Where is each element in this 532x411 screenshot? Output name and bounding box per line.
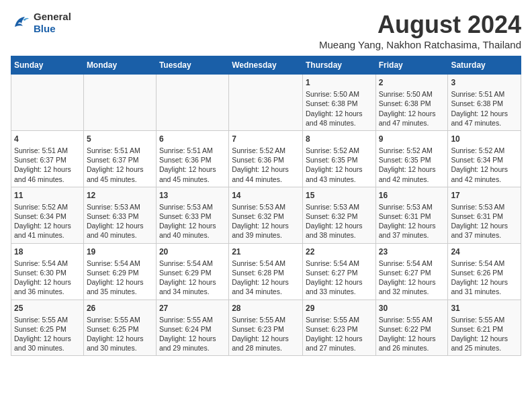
calendar-cell: 26Sunrise: 5:55 AMSunset: 6:25 PMDayligh…	[83, 300, 156, 356]
cell-content: Sunset: 6:34 PM	[14, 212, 81, 221]
calendar-cell	[11, 75, 84, 131]
cell-content: Sunset: 6:27 PM	[306, 268, 373, 277]
day-number: 26	[87, 303, 153, 314]
calendar-cell: 17Sunrise: 5:53 AMSunset: 6:31 PMDayligh…	[448, 187, 521, 243]
calendar-cell	[83, 75, 156, 131]
cell-content: Sunrise: 5:54 AM	[14, 259, 81, 268]
calendar-cell: 18Sunrise: 5:54 AMSunset: 6:30 PMDayligh…	[11, 243, 84, 300]
cell-content: Daylight: 12 hours and 30 minutes.	[87, 334, 153, 353]
calendar-cell: 7Sunrise: 5:52 AMSunset: 6:36 PMDaylight…	[229, 130, 303, 187]
calendar-cell: 22Sunrise: 5:54 AMSunset: 6:27 PMDayligh…	[302, 243, 375, 300]
cell-content: Daylight: 12 hours and 40 minutes.	[159, 221, 226, 240]
cell-content: Sunset: 6:25 PM	[14, 324, 81, 334]
cell-content: Sunrise: 5:55 AM	[306, 315, 373, 324]
cell-content: Sunset: 6:31 PM	[451, 212, 518, 221]
header-monday: Monday	[83, 56, 156, 75]
cell-content: Daylight: 12 hours and 31 minutes.	[451, 277, 518, 296]
page-header: General Blue August 2024 Mueang Yang, Na…	[11, 11, 521, 50]
day-number: 6	[159, 134, 226, 144]
calendar-cell: 14Sunrise: 5:53 AMSunset: 6:32 PMDayligh…	[229, 187, 303, 243]
cell-content: Sunset: 6:35 PM	[379, 155, 445, 165]
cell-content: Sunset: 6:34 PM	[451, 155, 518, 165]
cell-content: Sunset: 6:38 PM	[306, 99, 373, 108]
header-row: SundayMondayTuesdayWednesdayThursdayFrid…	[11, 56, 521, 75]
cell-content: Daylight: 12 hours and 36 minutes.	[14, 277, 81, 296]
week-row-3: 11Sunrise: 5:52 AMSunset: 6:34 PMDayligh…	[11, 187, 521, 243]
day-number: 5	[87, 134, 153, 144]
calendar-cell: 23Sunrise: 5:54 AMSunset: 6:27 PMDayligh…	[375, 243, 448, 300]
week-row-1: 1Sunrise: 5:50 AMSunset: 6:38 PMDaylight…	[11, 75, 521, 131]
day-number: 11	[14, 190, 81, 201]
calendar-cell: 3Sunrise: 5:51 AMSunset: 6:38 PMDaylight…	[448, 75, 521, 131]
cell-content: Sunrise: 5:52 AM	[232, 146, 300, 155]
cell-content: Sunrise: 5:52 AM	[451, 146, 518, 155]
cell-content: Sunrise: 5:55 AM	[451, 315, 518, 324]
day-number: 25	[14, 303, 81, 314]
cell-content: Sunrise: 5:52 AM	[379, 146, 445, 155]
cell-content: Sunset: 6:32 PM	[232, 212, 300, 221]
calendar-cell	[156, 75, 228, 131]
cell-content: Sunrise: 5:55 AM	[232, 315, 300, 324]
day-number: 27	[159, 303, 226, 314]
calendar-cell: 9Sunrise: 5:52 AMSunset: 6:35 PMDaylight…	[375, 130, 448, 187]
cell-content: Daylight: 12 hours and 41 minutes.	[14, 221, 81, 240]
day-number: 12	[87, 190, 153, 201]
cell-content: Sunrise: 5:53 AM	[159, 202, 226, 212]
day-number: 13	[159, 190, 226, 201]
day-number: 28	[232, 303, 300, 314]
cell-content: Sunset: 6:28 PM	[232, 268, 300, 277]
cell-content: Daylight: 12 hours and 46 minutes.	[14, 165, 81, 183]
cell-content: Daylight: 12 hours and 29 minutes.	[159, 334, 226, 353]
cell-content: Sunrise: 5:55 AM	[379, 315, 445, 324]
cell-content: Daylight: 12 hours and 25 minutes.	[451, 334, 518, 353]
cell-content: Sunrise: 5:53 AM	[451, 202, 518, 212]
cell-content: Sunset: 6:29 PM	[87, 268, 153, 277]
cell-content: Sunset: 6:33 PM	[87, 212, 153, 221]
day-number: 4	[14, 134, 81, 144]
cell-content: Daylight: 12 hours and 48 minutes.	[306, 109, 373, 128]
header-saturday: Saturday	[448, 56, 521, 75]
cell-content: Daylight: 12 hours and 30 minutes.	[14, 334, 81, 353]
cell-content: Daylight: 12 hours and 43 minutes.	[306, 165, 373, 183]
calendar-cell: 30Sunrise: 5:55 AMSunset: 6:22 PMDayligh…	[375, 300, 448, 356]
cell-content: Sunset: 6:24 PM	[159, 324, 226, 334]
cell-content: Sunrise: 5:54 AM	[379, 259, 445, 268]
day-number: 30	[379, 303, 445, 314]
cell-content: Sunset: 6:30 PM	[14, 268, 81, 277]
cell-content: Sunset: 6:38 PM	[451, 99, 518, 108]
day-number: 1	[306, 77, 373, 88]
cell-content: Sunrise: 5:51 AM	[159, 146, 226, 155]
cell-content: Daylight: 12 hours and 42 minutes.	[451, 165, 518, 183]
cell-content: Sunset: 6:23 PM	[232, 324, 300, 334]
calendar-table: SundayMondayTuesdayWednesdayThursdayFrid…	[11, 56, 521, 356]
cell-content: Sunrise: 5:51 AM	[87, 146, 153, 155]
calendar-cell: 28Sunrise: 5:55 AMSunset: 6:23 PMDayligh…	[229, 300, 303, 356]
cell-content: Sunrise: 5:51 AM	[451, 89, 518, 99]
day-number: 14	[232, 190, 300, 201]
day-number: 15	[306, 190, 373, 201]
header-thursday: Thursday	[302, 56, 375, 75]
header-sunday: Sunday	[11, 56, 84, 75]
calendar-cell: 25Sunrise: 5:55 AMSunset: 6:25 PMDayligh…	[11, 300, 84, 356]
cell-content: Daylight: 12 hours and 42 minutes.	[379, 165, 445, 183]
calendar-cell: 27Sunrise: 5:55 AMSunset: 6:24 PMDayligh…	[156, 300, 228, 356]
cell-content: Daylight: 12 hours and 45 minutes.	[87, 165, 153, 183]
cell-content: Sunrise: 5:55 AM	[14, 315, 81, 324]
cell-content: Sunset: 6:26 PM	[451, 268, 518, 277]
week-row-4: 18Sunrise: 5:54 AMSunset: 6:30 PMDayligh…	[11, 243, 521, 300]
day-number: 29	[306, 303, 373, 314]
cell-content: Sunrise: 5:51 AM	[14, 146, 81, 155]
calendar-cell: 11Sunrise: 5:52 AMSunset: 6:34 PMDayligh…	[11, 187, 84, 243]
cell-content: Sunrise: 5:54 AM	[159, 259, 226, 268]
cell-content: Daylight: 12 hours and 34 minutes.	[232, 277, 300, 296]
cell-content: Daylight: 12 hours and 32 minutes.	[379, 277, 445, 296]
calendar-cell: 29Sunrise: 5:55 AMSunset: 6:23 PMDayligh…	[302, 300, 375, 356]
cell-content: Daylight: 12 hours and 40 minutes.	[87, 221, 153, 240]
cell-content: Sunrise: 5:50 AM	[306, 89, 373, 99]
cell-content: Sunset: 6:25 PM	[87, 324, 153, 334]
cell-content: Sunrise: 5:53 AM	[306, 202, 373, 212]
title-block: August 2024 Mueang Yang, Nakhon Ratchasi…	[319, 11, 521, 50]
header-friday: Friday	[375, 56, 448, 75]
page-title: August 2024	[319, 11, 521, 39]
cell-content: Sunrise: 5:54 AM	[306, 259, 373, 268]
